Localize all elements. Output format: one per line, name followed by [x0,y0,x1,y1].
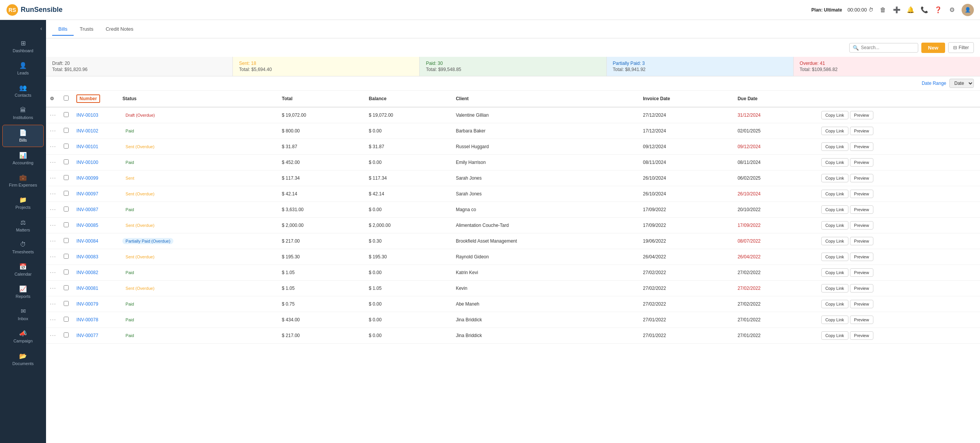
row-checkbox-4[interactable] [64,175,69,180]
row-number-9[interactable]: INV-00083 [72,249,119,265]
row-checkbox-11[interactable] [64,285,69,290]
trash-icon[interactable]: 🗑 [879,6,887,14]
copy-link-button-10[interactable]: Copy Link [821,268,848,277]
row-cb-7[interactable] [60,218,72,233]
sidebar-item-institutions[interactable]: 🏛 Institutions [2,103,44,124]
preview-button-4[interactable]: Preview [850,174,873,182]
preview-button-12[interactable]: Preview [850,300,873,308]
row-cb-10[interactable] [60,265,72,281]
row-checkbox-5[interactable] [64,191,69,196]
sidebar-item-matters[interactable]: ⚖ Matters [2,215,44,236]
row-dots-5[interactable]: ··· [46,186,60,202]
user-avatar[interactable]: 👤 [962,4,974,16]
tab-bills[interactable]: Bills [52,23,74,36]
row-menu-icon-3[interactable]: ··· [50,159,56,165]
row-cb-3[interactable] [60,155,72,170]
row-menu-icon-10[interactable]: ··· [50,269,56,276]
row-number-6[interactable]: INV-00087 [72,202,119,218]
row-dots-13[interactable]: ··· [46,312,60,328]
row-menu-icon-2[interactable]: ··· [50,143,56,150]
row-cb-9[interactable] [60,249,72,265]
preview-button-11[interactable]: Preview [850,284,873,293]
row-number-8[interactable]: INV-00084 [72,233,119,249]
row-checkbox-8[interactable] [64,238,69,243]
phone-icon[interactable]: 📞 [920,6,929,14]
settings-icon[interactable]: ⚙ [948,6,956,14]
sidebar-item-reports[interactable]: 📈 Reports [2,281,44,303]
row-number-4[interactable]: INV-00099 [72,170,119,186]
row-number-12[interactable]: INV-00079 [72,296,119,312]
row-checkbox-7[interactable] [64,222,69,227]
sidebar-item-inbox[interactable]: ✉ Inbox [2,304,44,325]
preview-button-14[interactable]: Preview [850,331,873,340]
summary-paid[interactable]: Paid: 30 Total: $99,548.85 [420,57,606,76]
preview-button-2[interactable]: Preview [850,142,873,151]
row-cb-0[interactable] [60,107,72,123]
row-dots-10[interactable]: ··· [46,265,60,281]
row-number-5[interactable]: INV-00097 [72,186,119,202]
preview-button-0[interactable]: Preview [850,111,873,119]
preview-button-8[interactable]: Preview [850,237,873,245]
timer-icon[interactable]: ⏱ [868,7,873,13]
collapse-button[interactable]: ‹ [40,25,42,31]
copy-link-button-1[interactable]: Copy Link [821,127,848,135]
sidebar-item-leads[interactable]: 👤 Leads [2,58,44,79]
row-number-11[interactable]: INV-00081 [72,281,119,296]
row-number-14[interactable]: INV-00077 [72,328,119,344]
row-cb-8[interactable] [60,233,72,249]
copy-link-button-13[interactable]: Copy Link [821,316,848,324]
preview-button-1[interactable]: Preview [850,127,873,135]
summary-sent[interactable]: Sent: 18 Total: $5,694.40 [233,57,420,76]
row-cb-5[interactable] [60,186,72,202]
row-menu-icon-14[interactable]: ··· [50,332,56,339]
row-menu-icon-7[interactable]: ··· [50,222,56,228]
row-cb-12[interactable] [60,296,72,312]
row-dots-9[interactable]: ··· [46,249,60,265]
row-menu-icon-9[interactable]: ··· [50,253,56,260]
row-dots-11[interactable]: ··· [46,281,60,296]
sidebar-item-accounting[interactable]: 📊 Accounting [2,148,44,169]
copy-link-button-2[interactable]: Copy Link [821,142,848,151]
copy-link-button-9[interactable]: Copy Link [821,253,848,261]
add-icon[interactable]: ➕ [893,6,901,14]
sidebar-item-calendar[interactable]: 📅 Calendar [2,259,44,281]
row-menu-icon-6[interactable]: ··· [50,206,56,213]
row-number-3[interactable]: INV-00100 [72,155,119,170]
row-dots-0[interactable]: ··· [46,107,60,123]
row-cb-14[interactable] [60,328,72,344]
row-cb-1[interactable] [60,123,72,139]
sidebar-item-projects[interactable]: 📁 Projects [2,192,44,214]
new-button[interactable]: New [921,43,945,53]
row-number-10[interactable]: INV-00082 [72,265,119,281]
date-range-select[interactable]: Date [949,79,974,88]
bell-icon[interactable]: 🔔 [906,6,915,14]
row-checkbox-6[interactable] [64,207,69,212]
filter-button[interactable]: ⊟ Filter [948,42,974,53]
preview-button-5[interactable]: Preview [850,190,873,198]
copy-link-button-3[interactable]: Copy Link [821,158,848,167]
copy-link-button-11[interactable]: Copy Link [821,284,848,293]
row-dots-8[interactable]: ··· [46,233,60,249]
row-checkbox-1[interactable] [64,128,69,133]
preview-button-9[interactable]: Preview [850,253,873,261]
row-menu-icon-4[interactable]: ··· [50,175,56,181]
row-cb-2[interactable] [60,139,72,155]
copy-link-button-4[interactable]: Copy Link [821,174,848,182]
row-number-2[interactable]: INV-00101 [72,139,119,155]
row-menu-icon-5[interactable]: ··· [50,190,56,197]
search-input[interactable] [861,45,915,50]
preview-button-7[interactable]: Preview [850,221,873,230]
row-menu-icon-8[interactable]: ··· [50,238,56,244]
copy-link-button-14[interactable]: Copy Link [821,331,848,340]
sidebar-item-timesheets[interactable]: ⏱ Timesheets [2,237,44,258]
preview-button-13[interactable]: Preview [850,316,873,324]
sidebar-item-firm-expenses[interactable]: 💼 Firm Expenses [2,170,44,192]
row-checkbox-10[interactable] [64,269,69,274]
row-menu-icon-13[interactable]: ··· [50,316,56,323]
row-cb-11[interactable] [60,281,72,296]
row-checkbox-2[interactable] [64,144,69,149]
tab-credit-notes[interactable]: Credit Notes [99,23,139,36]
summary-partial[interactable]: Partially Paid: 3 Total: $8,941.92 [607,57,794,76]
copy-link-button-7[interactable]: Copy Link [821,221,848,230]
row-dots-2[interactable]: ··· [46,139,60,155]
